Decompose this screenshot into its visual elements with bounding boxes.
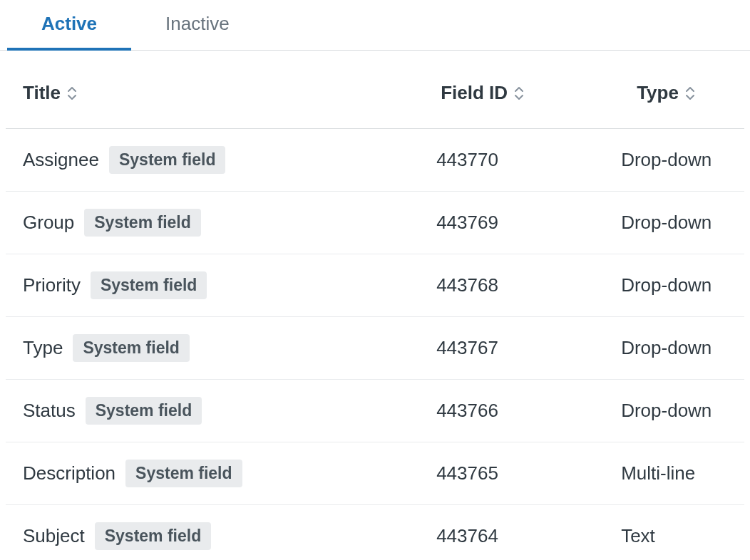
table-row[interactable]: Group System field 443769 Drop-down bbox=[6, 192, 744, 254]
row-title: Assignee bbox=[23, 149, 99, 171]
tab-active[interactable]: Active bbox=[7, 0, 131, 51]
system-field-badge: System field bbox=[73, 334, 190, 362]
row-type: Drop-down bbox=[604, 192, 744, 254]
row-type: Drop-down bbox=[604, 129, 744, 192]
column-header-type[interactable]: Type bbox=[604, 51, 744, 129]
row-type: Drop-down bbox=[604, 380, 744, 442]
column-header-title[interactable]: Title bbox=[6, 51, 419, 129]
table-row[interactable]: Subject System field 443764 Text bbox=[6, 505, 744, 561]
system-field-badge: System field bbox=[95, 522, 212, 550]
column-header-title-label: Title bbox=[23, 82, 61, 104]
row-field-id: 443764 bbox=[419, 505, 604, 561]
system-field-badge: System field bbox=[86, 397, 202, 425]
system-field-badge: System field bbox=[91, 271, 207, 299]
row-type: Drop-down bbox=[604, 254, 744, 317]
table-row[interactable]: Priority System field 443768 Drop-down bbox=[6, 254, 744, 317]
row-field-id: 443765 bbox=[419, 442, 604, 505]
sort-icon bbox=[513, 85, 525, 101]
system-field-badge: System field bbox=[109, 146, 226, 174]
row-title: Priority bbox=[23, 274, 81, 296]
tab-inactive[interactable]: Inactive bbox=[131, 0, 264, 51]
row-title: Subject bbox=[23, 525, 85, 547]
row-field-id: 443770 bbox=[419, 129, 604, 192]
table-row[interactable]: Description System field 443765 Multi-li… bbox=[6, 442, 744, 505]
row-title: Group bbox=[23, 212, 74, 234]
sort-icon bbox=[684, 85, 696, 101]
fields-table: Title Field ID bbox=[6, 51, 744, 560]
tabs-bar: Active Inactive bbox=[0, 0, 750, 51]
row-field-id: 443769 bbox=[419, 192, 604, 254]
system-field-badge: System field bbox=[84, 209, 201, 237]
column-header-field-id[interactable]: Field ID bbox=[419, 51, 604, 129]
row-title: Type bbox=[23, 337, 63, 359]
row-field-id: 443766 bbox=[419, 380, 604, 442]
sort-icon bbox=[66, 85, 78, 101]
table-row[interactable]: Assignee System field 443770 Drop-down bbox=[6, 129, 744, 192]
row-type: Text bbox=[604, 505, 744, 561]
row-title: Description bbox=[23, 462, 115, 484]
row-type: Drop-down bbox=[604, 317, 744, 380]
row-title: Status bbox=[23, 400, 76, 422]
row-field-id: 443767 bbox=[419, 317, 604, 380]
row-type: Multi-line bbox=[604, 442, 744, 505]
table-row[interactable]: Status System field 443766 Drop-down bbox=[6, 380, 744, 442]
column-header-type-label: Type bbox=[637, 82, 679, 104]
column-header-field-id-label: Field ID bbox=[441, 82, 508, 104]
system-field-badge: System field bbox=[125, 460, 242, 487]
table-row[interactable]: Type System field 443767 Drop-down bbox=[6, 317, 744, 380]
row-field-id: 443768 bbox=[419, 254, 604, 317]
